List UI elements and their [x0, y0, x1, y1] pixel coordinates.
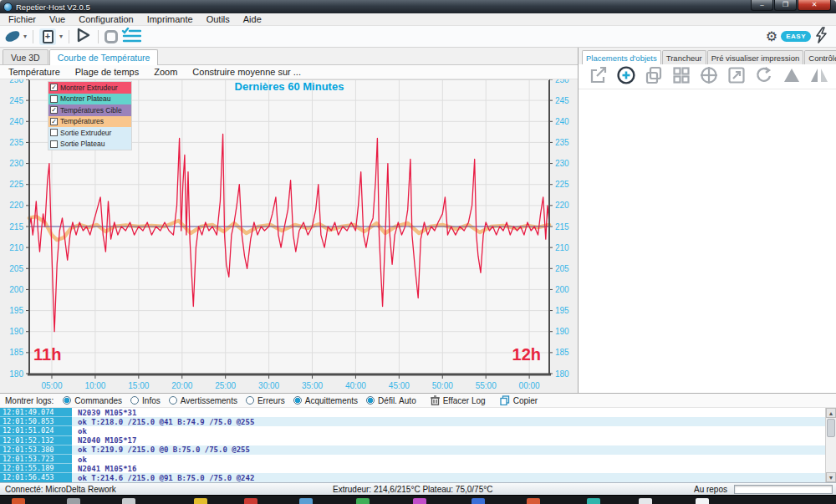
- tab-courbe-temperature[interactable]: Courbe de Température: [49, 49, 159, 65]
- taskbar-app-icon[interactable]: [244, 498, 257, 504]
- chart-menu-temperature[interactable]: Température: [8, 67, 60, 77]
- chart-menu-zoom[interactable]: Zoom: [154, 67, 177, 77]
- chart-menu-construire-moyenne-sur[interactable]: Construire moyenne sur ...: [192, 67, 301, 77]
- radio-avertissements[interactable]: [169, 396, 177, 405]
- legend-item-montrer-extrudeur[interactable]: ✓Montrer Extrudeur: [48, 82, 131, 94]
- legend-checkbox[interactable]: ✓: [50, 84, 58, 91]
- taskbar-app-icon[interactable]: [587, 498, 600, 504]
- log-timestamp: 12:01:55.189: [0, 464, 72, 473]
- tab-vue-3d[interactable]: Vue 3D: [3, 49, 48, 64]
- taskbar-app-icon[interactable]: [413, 498, 426, 504]
- radio-infos[interactable]: [130, 396, 139, 405]
- load-dropdown-caret[interactable]: ▾: [23, 33, 27, 40]
- copy-log-button[interactable]: Copier: [500, 395, 538, 405]
- start-print-button[interactable]: [75, 27, 92, 47]
- filter-label: Acquittements: [305, 396, 358, 405]
- settings-button[interactable]: ⚙: [766, 28, 777, 44]
- log-timestamp: 12:01:49.074: [0, 408, 72, 417]
- load-icon: [4, 29, 22, 43]
- svg-text:50:00: 50:00: [432, 381, 453, 390]
- tab-placements-d-objets[interactable]: Placements d'objets: [582, 50, 661, 64]
- menu-aide[interactable]: Aide: [243, 14, 262, 24]
- add-object-button[interactable]: +: [39, 28, 56, 45]
- load-button[interactable]: [5, 29, 20, 44]
- legend-checkbox[interactable]: ✓: [50, 118, 58, 125]
- filter-infos[interactable]: Infos: [130, 396, 161, 405]
- taskbar-app-icon[interactable]: [122, 498, 135, 504]
- hour-label-right: 12h: [512, 345, 541, 364]
- emergency-stop-button[interactable]: [814, 27, 829, 47]
- chart-menu-plage-de-temps[interactable]: Plage de temps: [75, 67, 139, 77]
- kill-print-button[interactable]: [104, 30, 118, 43]
- center-object-button[interactable]: [699, 65, 719, 89]
- toggle-log-button[interactable]: [121, 28, 141, 46]
- taskbar-app-icon[interactable]: [527, 498, 540, 504]
- legend-item-montrer-plateau[interactable]: Montrer Plateau: [48, 94, 131, 105]
- filter-acquittements[interactable]: Acquittements: [293, 396, 358, 405]
- legend-checkbox[interactable]: [50, 95, 58, 103]
- minimize-button[interactable]: –: [751, 0, 773, 11]
- tab-controle-manuel[interactable]: Contrôle Manuel: [804, 50, 836, 64]
- add-object-button-panel[interactable]: [616, 65, 636, 89]
- log-output[interactable]: 12:01:49.074N2039 M105*3112:01:50.853ok …: [0, 408, 836, 482]
- filter-commandes[interactable]: Commandes: [63, 396, 122, 405]
- close-button[interactable]: ✕: [798, 0, 831, 11]
- log-scrollbar[interactable]: ▲ ▼: [825, 408, 836, 482]
- taskbar-app-icon[interactable]: [639, 498, 652, 504]
- filter-erreurs[interactable]: Erreurs: [246, 396, 285, 405]
- svg-text:220: 220: [9, 201, 23, 210]
- filter-label: Infos: [142, 396, 161, 405]
- scroll-down-arrow[interactable]: ▼: [826, 472, 836, 482]
- menu-fichier[interactable]: Fichier: [8, 14, 36, 24]
- legend-item-temperatures-cible[interactable]: ✓Températures Cible: [48, 104, 131, 116]
- radio-defil-auto[interactable]: [366, 396, 375, 405]
- add-dropdown-caret[interactable]: ▾: [59, 33, 63, 40]
- legend-item-sortie-plateau[interactable]: Sortie Plateau: [48, 139, 131, 150]
- autoposition-button[interactable]: [671, 65, 691, 89]
- tab-pre-visualiser-impression[interactable]: Pré visualiser impression: [707, 50, 804, 64]
- legend-label: Sortie Extrudeur: [60, 129, 111, 137]
- radio-commandes[interactable]: [63, 396, 71, 405]
- svg-text:190: 190: [555, 327, 569, 336]
- autoposition-icon: [671, 65, 691, 85]
- scroll-thumb[interactable]: [827, 419, 835, 437]
- radio-acquittements[interactable]: [293, 396, 302, 405]
- taskbar-app-icon[interactable]: [696, 498, 709, 504]
- radio-erreurs[interactable]: [246, 396, 254, 405]
- windows-taskbar[interactable]: [0, 495, 836, 504]
- filter-defil-auto[interactable]: Défil. Auto: [366, 396, 416, 405]
- scroll-up-arrow[interactable]: ▲: [826, 408, 836, 418]
- hour-label-left: 11h: [33, 345, 61, 364]
- log-row: 12:01:50.853ok T:218.0 /215.0 @41 B:74.9…: [0, 417, 836, 426]
- legend-checkbox[interactable]: ✓: [50, 106, 58, 114]
- export-button[interactable]: [589, 65, 609, 89]
- svg-text:210: 210: [9, 243, 23, 252]
- legend-item-temperatures[interactable]: ✓Températures: [48, 116, 131, 128]
- menu-outils[interactable]: Outils: [206, 14, 230, 24]
- app-icon: [3, 3, 13, 12]
- rotate-object-button[interactable]: [754, 65, 774, 89]
- mirror-object-button[interactable]: [809, 65, 829, 89]
- clear-log-button[interactable]: Effacer Log: [431, 395, 486, 405]
- menu-imprimante[interactable]: Imprimante: [147, 14, 193, 24]
- easy-mode-badge[interactable]: EASY: [781, 31, 811, 42]
- scale-object-button[interactable]: [726, 65, 747, 89]
- tab-trancheur[interactable]: Trancheur: [662, 50, 706, 64]
- taskbar-app-icon[interactable]: [472, 498, 485, 504]
- menu-configuration[interactable]: Configuration: [79, 14, 133, 24]
- menu-vue[interactable]: Vue: [49, 14, 65, 24]
- taskbar-app-icon[interactable]: [356, 498, 370, 504]
- maximize-button[interactable]: ❐: [774, 0, 797, 11]
- log-section: Montrer logs: CommandesInfosAvertissemen…: [0, 393, 836, 482]
- taskbar-app-icon[interactable]: [12, 498, 25, 504]
- taskbar-app-icon[interactable]: [194, 498, 207, 504]
- duplicate-object-button[interactable]: [644, 65, 664, 89]
- taskbar-app-icon[interactable]: [299, 498, 313, 504]
- legend-item-sortie-extrudeur[interactable]: Sortie Extrudeur: [48, 127, 131, 139]
- legend-checkbox[interactable]: [50, 140, 58, 148]
- legend-checkbox[interactable]: [50, 129, 58, 136]
- taskbar-app-icon[interactable]: [67, 498, 80, 504]
- svg-text:25:00: 25:00: [215, 381, 236, 390]
- drop-object-button[interactable]: [782, 65, 802, 89]
- filter-avertissements[interactable]: Avertissements: [169, 396, 237, 405]
